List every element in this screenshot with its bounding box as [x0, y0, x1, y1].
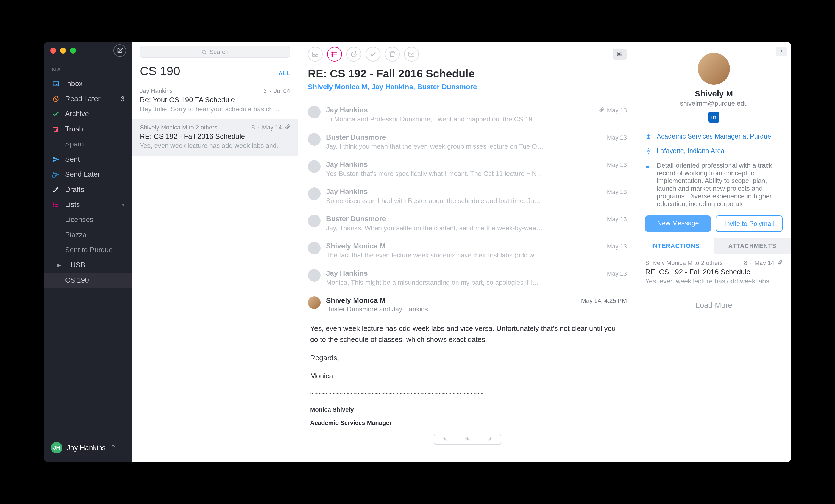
message-list-pane: Search CS 190 ALL Jay Hankins 3 · Jul 04…	[132, 42, 298, 462]
thread-item[interactable]: Buster DunsmoreMay 13 Jay, I think you m…	[308, 128, 627, 155]
thread-date: May 13	[607, 161, 627, 168]
search-icon	[201, 49, 207, 55]
toolbar-done-button[interactable]	[366, 47, 381, 62]
location-icon	[645, 148, 652, 156]
sidebar-list-licenses[interactable]: Licenses	[44, 212, 132, 227]
window-titlebar	[44, 42, 132, 59]
conversation-toolbar	[298, 42, 637, 65]
drafts-icon	[52, 186, 60, 193]
conversation-participants: Shively Monica M, Jay Hankins, Buster Du…	[308, 83, 627, 91]
thread-item-expanded[interactable]: Shively Monica M May 14, 4:25 PM Buster …	[308, 291, 627, 318]
thread-item[interactable]: Jay Hankins May 13 Hi Monica and Profess…	[308, 101, 627, 128]
attachment-icon	[599, 107, 604, 114]
check-icon	[369, 51, 376, 58]
interaction-subject: RE: CS 192 - Fall 2016 Schedule	[645, 268, 782, 276]
sidebar-list-usb[interactable]: ▸ USB	[44, 258, 132, 273]
message-subject: Re: Your CS 190 TA Schedule	[140, 96, 290, 104]
profile-collapse-button[interactable]	[776, 47, 787, 56]
thread-item[interactable]: Jay HankinsMay 13 Yes Buster, that's mor…	[308, 155, 627, 182]
thread-sender: Jay Hankins	[326, 269, 368, 278]
sidebar-item-label: Licenses	[65, 216, 94, 224]
thread-item[interactable]: Shively Monica MMay 13 The fact that the…	[308, 237, 627, 264]
sidebar-list-piazza[interactable]: Piazza	[44, 227, 132, 242]
attachment-icon	[777, 259, 782, 266]
svg-point-5	[202, 50, 205, 53]
message-count: 3	[263, 87, 267, 95]
svg-point-7	[332, 54, 333, 55]
thread-sender: Shively Monica M	[326, 296, 386, 305]
sidebar-item-archive[interactable]: Archive	[44, 106, 132, 121]
close-window-button[interactable]	[50, 47, 56, 54]
app-window: MAIL Inbox Read Later 3 Archive Trash	[44, 42, 791, 462]
reply-icon	[442, 437, 449, 441]
sidebar-item-inbox[interactable]: Inbox	[44, 76, 132, 91]
avatar	[308, 106, 321, 118]
interaction-row[interactable]: Shively Monica M to 2 others 8 · May 14 …	[637, 255, 791, 290]
tab-interactions[interactable]: INTERACTIONS	[637, 238, 714, 255]
sidebar-item-label: Drafts	[65, 185, 84, 194]
search-placeholder: Search	[209, 48, 229, 56]
sidebar-list-cs190[interactable]: CS 190	[44, 273, 132, 288]
sidebar-item-spam[interactable]: Spam	[44, 137, 132, 152]
invite-button[interactable]: Invite to Polymail	[716, 216, 782, 232]
sidebar-item-read-later[interactable]: Read Later 3	[44, 91, 132, 106]
list-filter-all[interactable]: ALL	[279, 70, 290, 77]
thread-snippet: The fact that the even lecture week stud…	[326, 251, 627, 259]
compose-button[interactable]	[114, 44, 126, 57]
message-row[interactable]: Jay Hankins 3 · Jul 04 Re: Your CS 190 T…	[132, 82, 298, 119]
search-input[interactable]: Search	[140, 46, 290, 58]
compose-icon	[117, 47, 123, 54]
conversation-subject: RE: CS 192 - Fall 2016 Schedule	[308, 67, 627, 80]
linkedin-button[interactable]: in	[708, 112, 719, 123]
sidebar: MAIL Inbox Read Later 3 Archive Trash	[44, 42, 132, 462]
minimize-window-button[interactable]	[60, 47, 66, 54]
reply-all-icon	[463, 437, 472, 441]
sidebar-list-sent-to-purdue[interactable]: Sent to Purdue	[44, 242, 132, 258]
sidebar-item-sent[interactable]: Sent	[44, 152, 132, 167]
svg-point-4	[53, 206, 54, 207]
message-body: Yes, even week lecture has odd week labs…	[308, 318, 627, 430]
toolbar-list-button[interactable]	[327, 47, 342, 62]
reply-button[interactable]	[434, 434, 456, 445]
thread-item[interactable]: Buster DunsmoreMay 13 Jay, Thanks. When …	[308, 210, 627, 237]
toolbar-profile-toggle[interactable]	[612, 49, 627, 60]
tab-attachments[interactable]: ATTACHMENTS	[714, 238, 791, 255]
thread-recipients: Buster Dunsmore and Jay Hankins	[326, 305, 627, 313]
sidebar-item-drafts[interactable]: Drafts	[44, 182, 132, 197]
toolbar-trash-button[interactable]	[385, 47, 400, 62]
sidebar-item-send-later[interactable]: Send Later	[44, 167, 132, 182]
avatar	[308, 269, 321, 282]
forward-button[interactable]	[479, 434, 501, 445]
message-row[interactable]: Shively Monica M to 2 others 8 · May 14 …	[132, 119, 298, 156]
interaction-from: Shively Monica M to 2 others	[645, 259, 722, 266]
toolbar-unsubscribe-button[interactable]	[404, 47, 419, 62]
sidebar-item-label: Trash	[65, 125, 83, 133]
thread-snippet: Yes Buster, that's more specifically wha…	[326, 170, 627, 178]
message-paragraph: Yes, even week lecture has odd week labs…	[310, 323, 625, 345]
profile-bio: Detail-oriented professional with a trac…	[645, 159, 782, 211]
forward-icon	[486, 437, 494, 441]
reply-all-button[interactable]	[456, 434, 479, 445]
sidebar-account[interactable]: JH Jay Hankins ⌃	[44, 435, 132, 462]
zoom-window-button[interactable]	[70, 47, 76, 54]
sidebar-item-lists[interactable]: Lists ▾	[44, 197, 132, 212]
interaction-preview: Yes, even week lecture has odd week labs…	[645, 277, 782, 285]
message-from: Shively Monica M to 2 others	[140, 124, 217, 131]
thread-sender: Jay Hankins	[326, 187, 368, 196]
inbox-icon	[312, 51, 319, 58]
interaction-count: 8	[744, 259, 747, 266]
load-more-button[interactable]: Load More	[637, 290, 791, 321]
thread-item[interactable]: Jay HankinsMay 13 Some discussion I had …	[308, 182, 627, 210]
toolbar-snooze-button[interactable]	[346, 47, 361, 62]
message-subject: RE: CS 192 - Fall 2016 Schedule	[140, 132, 290, 141]
sidebar-item-trash[interactable]: Trash	[44, 121, 132, 137]
chevron-right-icon: ▸	[57, 261, 65, 269]
thread-date: May 13	[607, 216, 627, 223]
thread-item[interactable]: Jay HankinsMay 13 Monica, This might be …	[308, 264, 627, 291]
toolbar-inbox-button[interactable]	[308, 47, 323, 62]
new-message-button[interactable]: New Message	[645, 216, 711, 232]
svg-point-14	[648, 150, 649, 152]
thread[interactable]: Jay Hankins May 13 Hi Monica and Profess…	[298, 97, 637, 462]
message-count: 8	[251, 124, 254, 131]
profile-location: Lafayette, Indiana Area	[645, 144, 782, 159]
